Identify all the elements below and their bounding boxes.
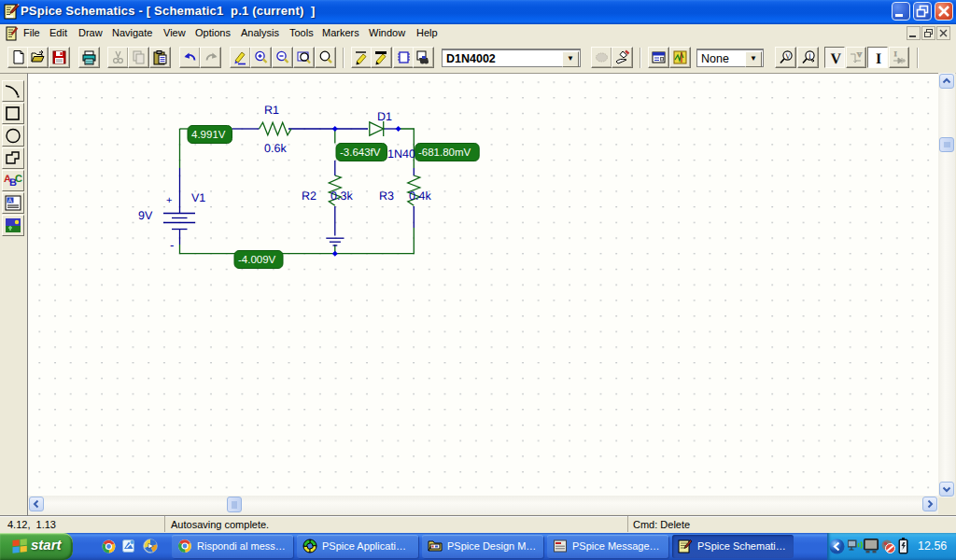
- svg-text:-: -: [170, 238, 174, 252]
- svg-text:I: I: [876, 51, 881, 66]
- svg-text:V1: V1: [191, 191, 205, 204]
- svg-text:V: V: [857, 51, 862, 59]
- svg-text:0.6k: 0.6k: [264, 142, 287, 155]
- svg-text:0.3k: 0.3k: [330, 189, 353, 203]
- svg-text:R3: R3: [379, 189, 394, 203]
- svg-text:R1: R1: [264, 104, 279, 117]
- svg-text:A: A: [8, 198, 13, 204]
- svg-text:D1: D1: [377, 110, 392, 123]
- svg-text:V: V: [785, 52, 791, 61]
- svg-text:R2: R2: [302, 189, 316, 203]
- svg-text:I: I: [808, 52, 811, 61]
- svg-text:C: C: [15, 174, 22, 185]
- svg-text:I: I: [894, 50, 897, 58]
- svg-text:0.4k: 0.4k: [409, 189, 431, 203]
- svg-text:V: V: [831, 51, 842, 66]
- svg-text:9V: 9V: [138, 209, 153, 222]
- svg-text:+: +: [166, 195, 172, 206]
